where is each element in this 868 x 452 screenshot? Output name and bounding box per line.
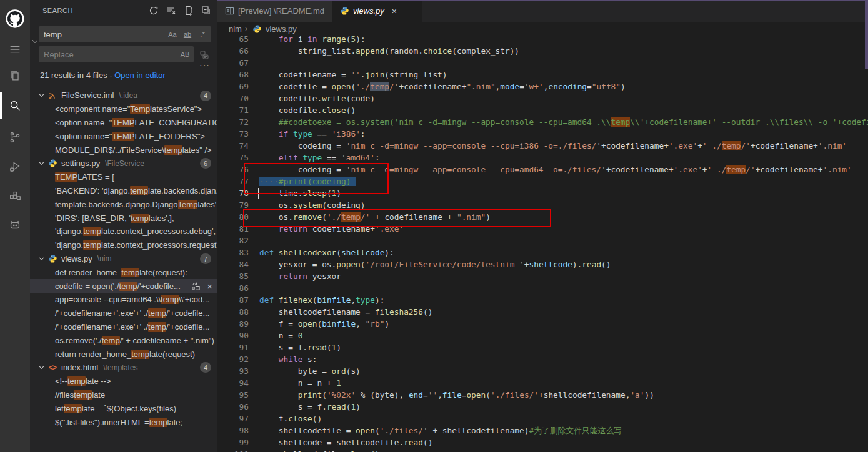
chevron-down-icon[interactable] — [36, 159, 46, 169]
search-match-row[interactable]: <!-- template --> — [30, 375, 217, 388]
search-match-row[interactable]: <option name="TEMPLATE_CONFIGURATIO... — [30, 116, 217, 130]
line-number[interactable]: 96 — [217, 401, 249, 413]
code-line[interactable]: 96 s = f.read(1) — [217, 401, 868, 413]
code-line[interactable]: 76 codeing = 'nim c -d=mingw --app=conso… — [217, 164, 868, 175]
code-line[interactable]: 97 f.close() — [217, 413, 868, 425]
search-match-row[interactable]: 'DIRS': [BASE_DIR, 'templates',], — [30, 211, 217, 225]
code-line[interactable]: 70 codefile.write(code) — [217, 92, 868, 104]
search-match-row[interactable]: 'BACKEND': 'django.template.backends.dja… — [30, 184, 217, 198]
code-line[interactable]: 80 os.remove('./temp/' + codefilename + … — [217, 211, 868, 223]
code-line[interactable]: 90 n = 0 — [217, 330, 868, 341]
search-match-row[interactable]: MODULE_DIR$/../FileService\templates" /> — [30, 143, 217, 157]
line-number[interactable]: 73 — [217, 128, 249, 140]
code-line[interactable]: 74 codeing = 'nim c -d=mingw --app=conso… — [217, 140, 868, 152]
code-line[interactable]: 66 string_list.append(random.choice(comp… — [217, 45, 868, 57]
code-line[interactable]: 85 return yesxor — [217, 270, 868, 282]
breadcrumb-item[interactable]: views.py — [266, 24, 297, 34]
search-match-row[interactable]: //files template — [30, 388, 217, 402]
line-number[interactable]: 68 — [217, 69, 249, 81]
code-line[interactable]: 69 codefile = open('./temp/'+codefilenam… — [217, 81, 868, 92]
chevron-down-icon[interactable] — [36, 253, 46, 263]
code-line[interactable]: 72 ##codetoexe = os.system('nim c -d=min… — [217, 116, 868, 128]
search-match-row[interactable]: <option name="TEMPLATE_FOLDERS"> — [30, 129, 217, 143]
search-match-row[interactable]: $(".list-files").innerHTML = template; — [30, 415, 217, 429]
whole-word-toggle[interactable]: ab — [181, 28, 194, 41]
code-line[interactable]: 86 — [217, 282, 868, 294]
code-line[interactable]: 89 f = open(binfile, "rb") — [217, 318, 868, 330]
line-number[interactable]: 78 — [217, 187, 249, 199]
line-number[interactable]: 99 — [217, 436, 249, 448]
collapse-all-icon[interactable] — [201, 6, 211, 16]
code-line[interactable]: 73 if type == 'i386': — [217, 128, 868, 140]
code-line[interactable]: 98 shellcodefile = open('./files/' + she… — [217, 425, 868, 436]
search-match-row[interactable]: app=console --cpu=amd64 .\\temp\\'+cod..… — [30, 293, 217, 307]
regex-toggle[interactable]: .* — [196, 28, 209, 41]
line-number[interactable]: 89 — [217, 318, 249, 330]
code-line[interactable]: 95 print('%02x' % (byte), end='',file=op… — [217, 389, 868, 401]
line-number[interactable]: 82 — [217, 235, 249, 247]
search-match-row[interactable]: return render_home_template(request) — [30, 347, 217, 361]
code-line[interactable]: 91 s = f.read(1) — [217, 341, 868, 353]
line-number[interactable]: 94 — [217, 377, 249, 389]
replace-all-button[interactable] — [199, 49, 210, 61]
search-match-row[interactable]: codefile = open('./temp/'+codefile...× — [30, 279, 217, 293]
search-match-row[interactable]: os.remove('./temp/' + codefilename + ".n… — [30, 333, 217, 347]
code-line[interactable]: 75 elif type == 'amd64': — [217, 152, 868, 164]
search-match-row[interactable]: template.backends.django.DjangoTemplates… — [30, 197, 217, 211]
line-number[interactable]: 98 — [217, 425, 249, 436]
line-number[interactable]: 90 — [217, 330, 249, 341]
search-input[interactable] — [39, 30, 166, 39]
line-number[interactable]: 85 — [217, 270, 249, 282]
line-number[interactable]: 76 — [217, 164, 249, 175]
code-line[interactable]: 84 yesxor = os.popen('/root/FileService/… — [217, 258, 868, 270]
search-match-row[interactable]: /'+codefilename+'.exe'+' ./temp/'+codefi… — [30, 320, 217, 334]
activity-explorer-icon[interactable] — [0, 63, 30, 88]
line-number[interactable]: 83 — [217, 247, 249, 258]
search-result-file-settings-py[interactable]: settings.py\FileService6 — [30, 157, 217, 170]
search-match-row[interactable]: let template = `${Object.keys(files) — [30, 401, 217, 415]
search-result-file-index-html[interactable]: <>index.html\templates4 — [30, 361, 217, 375]
new-search-editor-icon[interactable] — [184, 6, 194, 16]
activity-extensions-icon[interactable] — [0, 184, 30, 209]
tab--preview-readme-md[interactable]: [Preview] \README.md — [217, 0, 332, 22]
refresh-icon[interactable] — [149, 6, 159, 16]
code-line[interactable]: 100 shellcodefile.close() — [217, 448, 868, 452]
line-number[interactable]: 87 — [217, 294, 249, 306]
code-line[interactable]: 68 codefilename = ''.join(string_list) — [217, 69, 868, 81]
line-number[interactable]: 88 — [217, 306, 249, 318]
tab-views-py[interactable]: views.py× — [332, 0, 422, 22]
search-match-row[interactable]: 'django.template.context_processors.requ… — [30, 238, 217, 252]
search-match-row[interactable]: def render_home_template(request): — [30, 265, 217, 279]
code-line[interactable]: 87def filehex(binfile,type): — [217, 294, 868, 306]
activity-source-control-icon[interactable] — [0, 125, 30, 150]
dismiss-match-icon[interactable]: × — [207, 281, 212, 292]
chevron-down-icon[interactable] — [36, 363, 46, 373]
activity-menu-icon[interactable] — [0, 37, 30, 62]
line-number[interactable]: 74 — [217, 140, 249, 152]
line-number[interactable]: 79 — [217, 199, 249, 211]
line-number[interactable]: 80 — [217, 211, 249, 223]
code-line[interactable]: 94 n = n + 1 — [217, 377, 868, 389]
code-line[interactable]: 83def shellcodexor(shellcode): — [217, 247, 868, 258]
search-match-row[interactable]: TEMPLATES = [ — [30, 170, 217, 184]
line-number[interactable]: 86 — [217, 282, 249, 294]
activity-run-debug-icon[interactable] — [0, 154, 30, 179]
line-number[interactable]: 91 — [217, 341, 249, 353]
match-case-toggle[interactable]: Aa — [166, 28, 179, 41]
code-line[interactable]: 81 return codefilename+'.exe' — [217, 223, 868, 235]
code-line[interactable]: 79 os.system(codeing) — [217, 199, 868, 211]
activity-github-avatar-icon[interactable] — [0, 6, 30, 31]
clear-results-icon[interactable] — [166, 6, 176, 16]
code-line[interactable]: 78 time.sleep(1) — [217, 187, 868, 199]
line-number[interactable]: 84 — [217, 258, 249, 270]
code-line[interactable]: 99 shellcode = shellcodefile.read() — [217, 436, 868, 448]
toggle-replace-chevron[interactable] — [31, 37, 39, 45]
search-match-row[interactable]: /'+codefilename+'.exe'+' ./temp/'+codefi… — [30, 307, 217, 320]
line-number[interactable]: 69 — [217, 81, 249, 92]
chevron-down-icon[interactable] — [36, 91, 46, 101]
breadcrumb-item[interactable]: nim — [229, 24, 242, 34]
activity-chat-bot-icon[interactable] — [0, 212, 30, 237]
activity-search-icon[interactable] — [0, 93, 30, 118]
code-line[interactable]: 92 while s: — [217, 353, 868, 365]
line-number[interactable]: 70 — [217, 92, 249, 104]
